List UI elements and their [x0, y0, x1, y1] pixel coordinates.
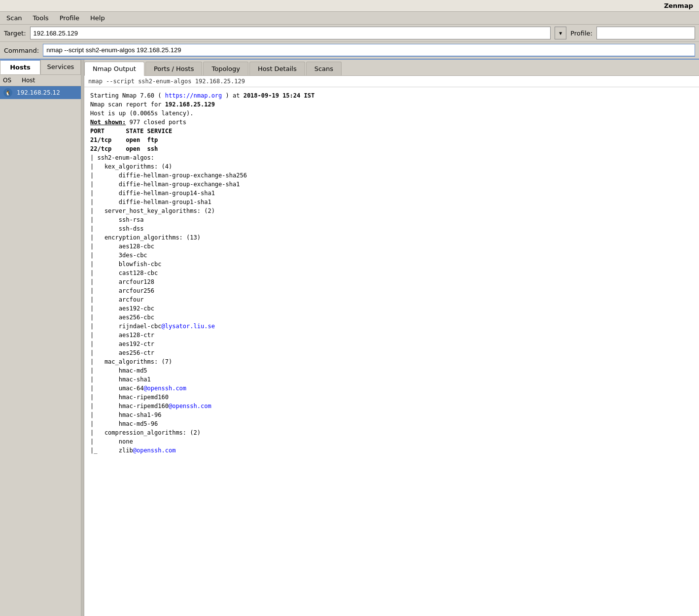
menu-help[interactable]: Help: [86, 13, 109, 23]
host-col-host-header: Host: [22, 77, 78, 84]
app-title: Zenmap: [664, 2, 693, 9]
host-col-os-header: OS: [3, 77, 18, 84]
host-os-icon: 🐧: [3, 88, 13, 98]
profile-label: Profile:: [570, 30, 593, 37]
host-ip: 192.168.25.12: [17, 89, 60, 96]
target-dropdown-button[interactable]: ▼: [555, 27, 566, 39]
command-display: nmap --script ssh2-enum-algos 192.168.25…: [84, 76, 699, 87]
output-area[interactable]: Starting Nmap 7.60 ( https://nmap.org ) …: [84, 87, 699, 616]
target-input[interactable]: [30, 27, 551, 39]
command-bar: Command:: [0, 42, 699, 60]
host-list: 🐧 192.168.25.12: [0, 86, 81, 616]
linux-icon: 🐧: [3, 88, 12, 97]
command-input[interactable]: [43, 44, 695, 57]
menu-profile[interactable]: Profile: [55, 13, 84, 23]
tab-scans[interactable]: Scans: [306, 62, 342, 75]
tab-row: Nmap Output Ports / Hosts Topology Host …: [84, 60, 699, 76]
tab-hosts[interactable]: Hosts: [0, 60, 40, 74]
tab-nmap-output[interactable]: Nmap Output: [84, 62, 144, 76]
profile-input[interactable]: [596, 27, 695, 39]
email-link: @lysator.liu.se: [162, 323, 215, 330]
email-link: @openssh.com: [169, 403, 211, 410]
tab-ports-hosts[interactable]: Ports / Hosts: [145, 62, 203, 75]
email-link: @openssh.com: [133, 447, 176, 454]
left-panel: Hosts Services OS Host 🐧 192.168.25.12: [0, 60, 81, 616]
email-link: @openssh.com: [143, 385, 186, 392]
menu-bar: Scan Tools Profile Help: [0, 12, 699, 25]
tab-services[interactable]: Services: [40, 60, 81, 74]
menu-scan[interactable]: Scan: [2, 13, 27, 23]
menu-tools[interactable]: Tools: [29, 13, 53, 23]
tab-host-details[interactable]: Host Details: [249, 62, 305, 75]
command-label: Command:: [4, 47, 39, 54]
target-bar: Target: ▼ Profile:: [0, 25, 699, 42]
left-tab-bar: Hosts Services: [0, 60, 81, 75]
title-bar: Zenmap: [0, 0, 699, 12]
target-label: Target:: [4, 30, 26, 37]
host-list-header: OS Host: [0, 75, 81, 86]
nmap-link[interactable]: https://nmap.org: [165, 92, 222, 99]
main-area: Hosts Services OS Host 🐧 192.168.25.12 N…: [0, 60, 699, 616]
tab-topology[interactable]: Topology: [203, 62, 248, 75]
right-panel: Nmap Output Ports / Hosts Topology Host …: [84, 60, 699, 616]
host-row[interactable]: 🐧 192.168.25.12: [0, 86, 81, 99]
